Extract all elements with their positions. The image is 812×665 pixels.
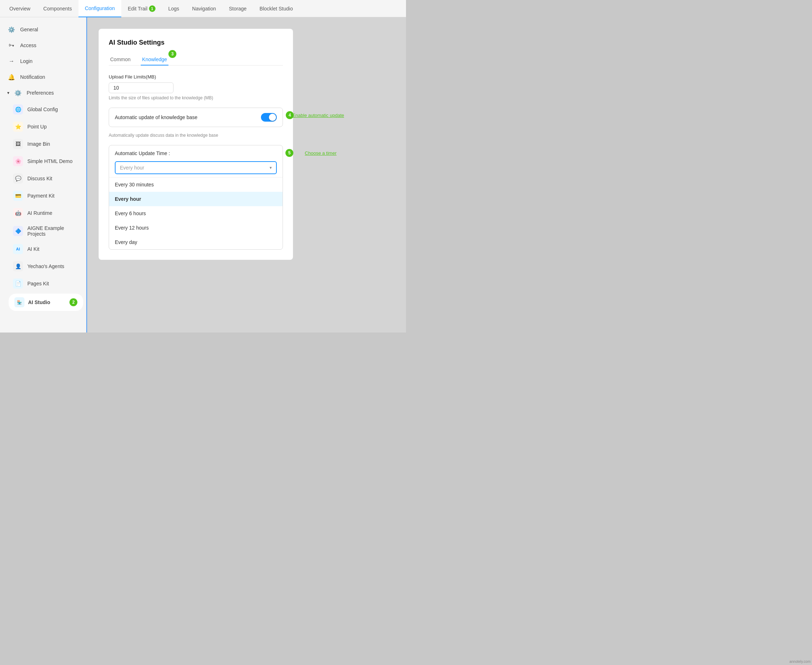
sidebar-group-preferences[interactable]: ▾ ⚙️ Preferences [0, 85, 86, 101]
tab-common[interactable]: Common [109, 54, 132, 65]
chevron-down-icon: ▾ [7, 90, 9, 95]
auto-update-box: Automatic update of knowledge base [109, 108, 283, 127]
sidebar-item-ai-kit[interactable]: AI AI Kit [6, 241, 86, 258]
sub-items: 🌐 Global Config ⭐ Point Up 🖼 Image Bin 🌸… [0, 101, 86, 311]
sidebar-item-access[interactable]: 🗝 Access [0, 38, 86, 53]
nav-item-edit-trail[interactable]: Edit Trail 1 [121, 0, 162, 17]
nav-item-overview[interactable]: Overview [3, 0, 37, 17]
sidebar-item-general[interactable]: ⚙️ General [0, 21, 86, 38]
dropdown-header: Automatic Update Time : [109, 146, 282, 161]
option-every-30-minutes[interactable]: Every 30 minutes [109, 177, 282, 192]
update-time-section: Automatic Update Time : Every hour ▾ Eve… [109, 145, 283, 250]
annotation-badge-5: 5 [285, 149, 294, 157]
sidebar-item-aigne-example-projects[interactable]: 🔷 AIGNE Example Projects [6, 222, 86, 241]
sidebar-item-simple-html-demo[interactable]: 🌸 Simple HTML Demo [6, 152, 86, 170]
upload-limits-input[interactable] [109, 82, 174, 93]
yechaos-agents-icon: 👤 [13, 261, 23, 271]
image-bin-icon: 🖼 [13, 139, 23, 149]
sidebar-item-ai-runtime[interactable]: 🤖 AI Runtime [6, 205, 86, 222]
general-icon: ⚙️ [7, 25, 16, 34]
annotation-text-timer: Choose a timer [305, 151, 336, 156]
payment-kit-icon: 💳 [13, 191, 23, 201]
auto-update-label: Automatic update of knowledge base [115, 115, 198, 120]
simple-html-demo-icon: 🌸 [13, 156, 23, 166]
sidebar-item-ai-studio[interactable]: 🏪 AI Studio 2 [9, 294, 83, 311]
main-layout: ⚙️ General 🗝 Access → Login 🔔 Notificati… [0, 17, 406, 332]
sidebar-item-discuss-kit[interactable]: 💬 Discuss Kit [6, 170, 86, 187]
tab-knowledge[interactable]: Knowledge 3 [141, 54, 169, 65]
settings-title: AI Studio Settings [109, 39, 283, 46]
option-every-12-hours[interactable]: Every 12 hours [109, 221, 282, 235]
update-time-label: Automatic Update Time : [115, 151, 170, 156]
notification-icon: 🔔 [7, 73, 16, 81]
edit-trail-badge: 1 [149, 5, 156, 12]
ai-studio-icon: 🏪 [15, 297, 25, 307]
login-icon: → [7, 57, 16, 66]
upload-limits-field: Upload File Limits(MB) Limits the size o… [109, 74, 283, 100]
sidebar-item-payment-kit[interactable]: 💳 Payment Kit [6, 187, 86, 205]
sidebar-item-global-config[interactable]: 🌐 Global Config [6, 101, 86, 118]
ai-studio-badge: 2 [69, 298, 77, 306]
auto-update-hint: Automatically update discuss data in the… [109, 133, 283, 138]
nav-item-navigation[interactable]: Navigation [186, 0, 222, 17]
global-config-icon: 🌐 [13, 104, 23, 115]
nav-item-components[interactable]: Components [37, 0, 78, 17]
sidebar-item-point-up[interactable]: ⭐ Point Up [6, 118, 86, 135]
pages-kit-icon: 📄 [13, 278, 23, 288]
point-up-icon: ⭐ [13, 122, 23, 132]
sidebar-item-notification[interactable]: 🔔 Notification [0, 69, 86, 85]
access-icon: 🗝 [7, 41, 16, 50]
sidebar-item-image-bin[interactable]: 🖼 Image Bin [6, 135, 86, 152]
nav-item-storage[interactable]: Storage [222, 0, 253, 17]
auto-update-toggle[interactable] [261, 113, 277, 122]
dropdown-options: Every 30 minutes Every hour Every 6 hour… [109, 177, 282, 249]
sidebar-item-pages-kit[interactable]: 📄 Pages Kit [6, 275, 86, 292]
nav-item-configuration[interactable]: Configuration [79, 0, 121, 17]
aigne-icon: 🔷 [13, 226, 23, 236]
sidebar-item-yechaos-agents[interactable]: 👤 Yechao's Agents [6, 258, 86, 275]
dropdown-placeholder: Every hour [120, 165, 144, 170]
upload-limits-label: Upload File Limits(MB) [109, 74, 283, 80]
tab-bar: Common Knowledge 3 [109, 54, 283, 66]
dropdown-select[interactable]: Every hour ▾ [115, 161, 277, 174]
discuss-kit-icon: 💬 [13, 174, 23, 183]
annotation-text-enable: Enable automatic update [292, 113, 344, 118]
ai-runtime-icon: 🤖 [13, 208, 23, 218]
nav-item-blocklet-studio[interactable]: Blocklet Studio [253, 0, 299, 17]
sidebar-item-login[interactable]: → Login [0, 53, 86, 69]
option-every-day[interactable]: Every day [109, 235, 282, 249]
top-nav: Overview Components Configuration Edit T… [0, 0, 406, 17]
preferences-icon: ⚙️ [14, 88, 22, 97]
option-every-hour[interactable]: Every hour [109, 192, 282, 206]
ai-kit-icon: AI [13, 244, 23, 254]
upload-limits-hint: Limits the size of files uploaded to the… [109, 95, 283, 100]
chevron-down-icon: ▾ [270, 165, 272, 170]
settings-panel: AI Studio Settings Common Knowledge 3 Up… [98, 29, 293, 260]
option-every-6-hours[interactable]: Every 6 hours [109, 206, 282, 221]
knowledge-tab-badge: 3 [169, 50, 176, 58]
sidebar: ⚙️ General 🗝 Access → Login 🔔 Notificati… [0, 17, 86, 332]
content-area: AI Studio Settings Common Knowledge 3 Up… [87, 17, 406, 332]
nav-item-logs[interactable]: Logs [162, 0, 186, 17]
